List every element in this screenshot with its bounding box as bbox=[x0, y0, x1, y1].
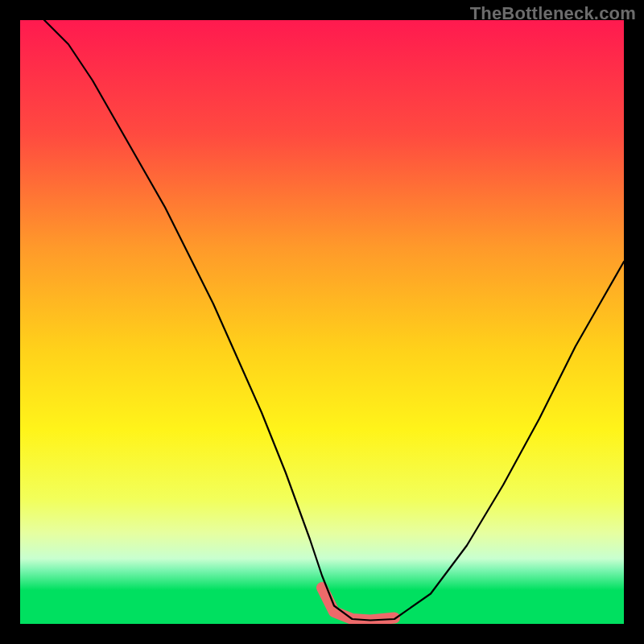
curve-layer bbox=[20, 20, 624, 624]
bottleneck-curve bbox=[44, 20, 624, 621]
plot-area bbox=[20, 20, 624, 624]
watermark-text: TheBottleneck.com bbox=[470, 3, 636, 24]
chart-frame: TheBottleneck.com bbox=[0, 0, 644, 644]
